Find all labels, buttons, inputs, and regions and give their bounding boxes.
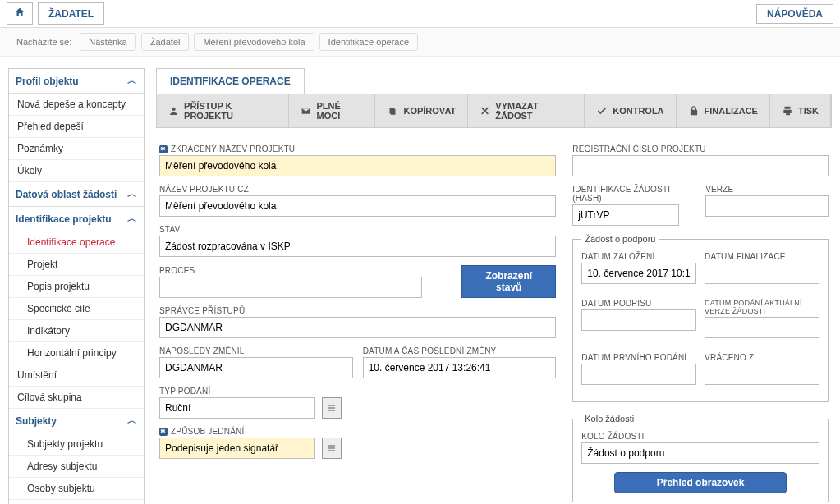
chevron-up-icon: ︿ [127, 212, 137, 226]
sidebar-item-ukoly[interactable]: Úkoly [9, 160, 144, 182]
crumb-zadatel[interactable]: Žadatel [141, 33, 190, 51]
sidebar-section-profil[interactable]: Profil objektu ︿ [9, 69, 144, 94]
datum-prvniho-input [581, 364, 696, 385]
zpusob-input[interactable] [159, 438, 315, 459]
reg-input [572, 155, 829, 176]
datumcas-input [363, 357, 557, 378]
lock-icon [688, 105, 700, 117]
field-label: DATUM PRVNÍHO PODÁNÍ [581, 353, 696, 362]
field-label: DATUM A ČAS POSLEDNÍ ZMĚNY [363, 346, 557, 355]
field-label: TYP PODÁNÍ [159, 387, 556, 396]
vraceno-input [705, 364, 819, 385]
sidebar-item-hp[interactable]: Horizontální principy [9, 342, 144, 364]
field-label: VRÁCENO Z [705, 353, 819, 362]
sidebar-item-identifikace-operace[interactable]: Identifikace operace [9, 231, 144, 254]
sidebar-item-adresy[interactable]: Adresy subjektu [9, 456, 144, 478]
sidebar-section-label: Subjekty [16, 415, 57, 427]
tool-label: PŘÍSTUP K PROJEKTU [184, 101, 277, 121]
datum-podani-akt-input [705, 317, 819, 338]
sidebar-item-cilova[interactable]: Cílová skupina [9, 387, 144, 409]
breadcrumb-lead: Nacházíte se: [8, 34, 80, 50]
people-icon [168, 105, 179, 117]
zadatel-button[interactable]: ŽADATEL [38, 2, 104, 25]
check-icon [596, 105, 608, 117]
datum-zalozeni-input [581, 263, 696, 284]
tool-tisk[interactable]: TISK [770, 94, 831, 127]
sidebar-item-umisteni[interactable]: Umístění [9, 364, 144, 387]
field-label: ZPŮSOB JEDNÁNÍ [171, 427, 244, 436]
field-label: VERZE [705, 185, 829, 194]
sidebar-item-nova-depese[interactable]: Nová depeše a koncepty [9, 94, 144, 116]
sidebar-item-popis[interactable]: Popis projektu [9, 276, 144, 298]
tool-vymazat[interactable]: VYMAZAT ŽÁDOST [468, 94, 585, 127]
field-label: DATUM PODÁNÍ AKTUÁLNÍ VERZE ŽÁDOSTI [705, 299, 819, 315]
field-label: NAPOSLEDY ZMĚNIL [159, 346, 353, 355]
list-icon [327, 403, 337, 413]
tool-finalizace[interactable]: FINALIZACE [677, 94, 770, 127]
tool-label: FINALIZACE [705, 106, 758, 116]
group-legend: Kolo žádosti [581, 414, 637, 424]
sidebar-section-datova[interactable]: Datová oblast žádosti ︿ [9, 182, 144, 207]
tool-kopirovat[interactable]: KOPÍROVAT [375, 94, 468, 127]
field-label: STAV [159, 225, 556, 234]
proces-input [159, 277, 422, 298]
prehled-obrazovek-button[interactable]: Přehled obrazovek [614, 472, 787, 493]
kolo-input [581, 442, 819, 464]
sidebar-item-cile[interactable]: Specifické cíle [9, 298, 144, 320]
field-label: IDENTIFIKACE ŽÁDOSTI (HASH) [572, 185, 695, 203]
field-label: ZKRÁCENÝ NÁZEV PROJEKTU [171, 144, 295, 153]
field-label: KOLO ŽÁDOSTI [581, 432, 819, 441]
chevron-up-icon: ︿ [127, 414, 137, 428]
page-title: IDENTIFIKACE OPERACE [156, 68, 305, 94]
home-button[interactable] [7, 2, 33, 25]
verze-input [705, 195, 829, 217]
list-icon [327, 443, 337, 453]
tool-label: TISK [798, 106, 819, 116]
mail-icon [301, 105, 311, 117]
home-icon [14, 7, 25, 18]
tool-label: KONTROLA [613, 106, 663, 116]
chevron-up-icon: ︿ [127, 74, 137, 88]
chevron-up-icon: ︿ [127, 187, 137, 201]
sidebar-item-ucty[interactable]: Účty subjektu [9, 500, 144, 504]
spravce-input [159, 317, 556, 338]
crumb-projekt[interactable]: Měření převodového kola [194, 33, 314, 51]
sidebar-section-subjekty[interactable]: Subjekty ︿ [9, 409, 144, 433]
stav-input [159, 236, 556, 257]
sidebar-item-projekt[interactable]: Projekt [9, 254, 144, 276]
sidebar-section-label: Datová oblast žádosti [16, 189, 117, 200]
field-label: DATUM ZALOŽENÍ [581, 252, 696, 261]
datum-podpisu-input [581, 309, 696, 331]
hash-input [572, 204, 679, 226]
tool-label: KOPÍROVAT [403, 106, 456, 116]
sidebar-item-prehled-depesi[interactable]: Přehled depeší [9, 116, 144, 138]
crumb-nastenka[interactable]: Nástěnka [80, 33, 135, 51]
sidebar-section-identifikace[interactable]: Identifikace projektu ︿ [9, 207, 144, 231]
sidebar-item-subjekty-projektu[interactable]: Subjekty projektu [9, 433, 144, 456]
tool-kontrola[interactable]: KONTROLA [585, 94, 676, 127]
crumb-current: Identifikace operace [319, 33, 418, 51]
required-icon: ✱ [159, 428, 168, 436]
tool-label: PLNÉ MOCI [317, 101, 364, 121]
tool-label: VYMAZAT ŽÁDOST [495, 101, 572, 121]
datum-finalizace-input [705, 263, 819, 284]
print-icon [782, 105, 793, 117]
tool-pristup[interactable]: PŘÍSTUP K PROJEKTU [157, 94, 289, 127]
sidebar-item-osoby[interactable]: Osoby subjektu [9, 478, 144, 500]
sidebar-item-poznamky[interactable]: Poznámky [9, 138, 144, 160]
field-label: DATUM PODPISU [581, 299, 696, 308]
kolo-group: Kolo žádosti KOLO ŽÁDOSTI Přehled obrazo… [572, 414, 829, 502]
sidebar-item-indikatory[interactable]: Indikátory [9, 320, 144, 342]
tool-plnemoci[interactable]: PLNÉ MOCI [289, 94, 375, 127]
field-label: REGISTRAČNÍ ČÍSLO PROJEKTU [572, 144, 829, 153]
typpodani-picker-button[interactable] [322, 397, 342, 419]
zobrazeni-stavu-button[interactable]: Zobrazení stavů [461, 265, 556, 298]
close-icon [480, 105, 490, 117]
zpusob-picker-button[interactable] [322, 438, 342, 459]
breadcrumb: Nacházíte se: Nástěnka Žadatel Měření př… [0, 28, 840, 57]
zkraceny-nazev-input[interactable] [159, 155, 556, 176]
napoveda-button[interactable]: NÁPOVĚDA [756, 4, 833, 24]
sidebar-section-label: Identifikace projektu [16, 213, 112, 225]
nazev-cz-input[interactable] [159, 195, 556, 217]
typpodani-input[interactable] [159, 397, 315, 419]
